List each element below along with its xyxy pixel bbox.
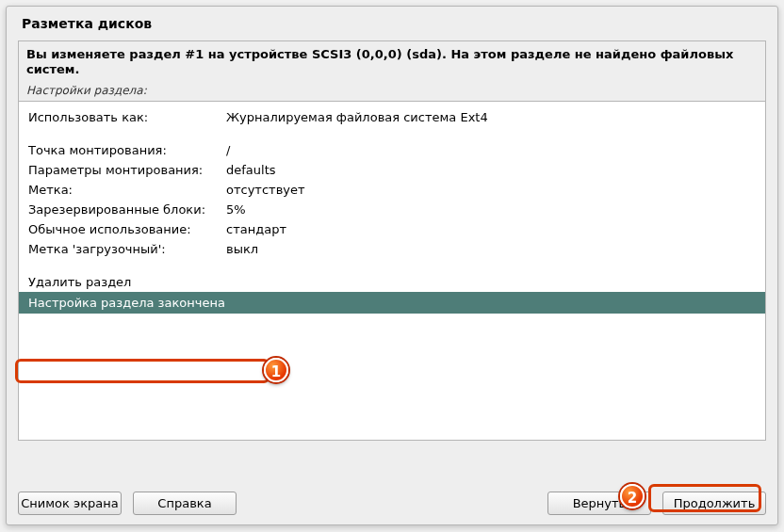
help-button[interactable]: Справка <box>133 492 237 515</box>
description-box: Вы изменяете раздел #1 на устройстве SCS… <box>18 40 766 102</box>
action-delete-partition[interactable]: Удалить раздел <box>19 272 765 292</box>
setting-reserved-blocks[interactable]: Зарезервированные блоки: 5% <box>19 200 765 219</box>
setting-mount-options[interactable]: Параметры монтирования: defaults <box>19 160 765 180</box>
setting-label: Точка монтирования: <box>28 143 226 157</box>
screenshot-button[interactable]: Снимок экрана <box>18 492 122 515</box>
action-label: Настройка раздела закончена <box>28 296 225 310</box>
setting-value: defaults <box>226 163 756 177</box>
button-bar: Снимок экрана Справка Вернуть Продолжить <box>18 492 766 515</box>
setting-label: Параметры монтирования: <box>28 163 226 177</box>
setting-value: 5% <box>226 202 756 217</box>
setting-typical-usage[interactable]: Обычное использование: стандарт <box>19 219 765 239</box>
setting-bootable-flag[interactable]: Метка 'загрузочный': выкл <box>19 239 765 259</box>
description-text: Вы изменяете раздел #1 на устройстве SCS… <box>26 47 758 78</box>
action-done-setting-up[interactable]: Настройка раздела закончена <box>19 292 765 314</box>
continue-button[interactable]: Продолжить <box>662 492 766 515</box>
setting-use-as[interactable]: Использовать как: Журналируемая файловая… <box>19 107 765 127</box>
window-title: Разметка дисков <box>7 7 777 37</box>
setting-mount-point[interactable]: Точка монтирования: / <box>19 140 765 160</box>
setting-value: отсутствует <box>226 183 756 197</box>
setting-label-name[interactable]: Метка: отсутствует <box>19 180 765 200</box>
separator <box>19 259 765 272</box>
setting-label: Метка 'загрузочный': <box>28 242 226 256</box>
setting-value: стандарт <box>226 222 756 236</box>
setting-value: выкл <box>226 242 756 256</box>
setting-value: Журналируемая файловая система Ext4 <box>226 110 756 124</box>
setting-label: Обычное использование: <box>28 222 226 236</box>
subdescription-text: Настройки раздела: <box>26 84 758 97</box>
partition-settings-list: Использовать как: Журналируемая файловая… <box>18 102 766 441</box>
setting-label: Использовать как: <box>28 110 226 124</box>
setting-label: Зарезервированные блоки: <box>28 202 226 217</box>
action-label: Удалить раздел <box>28 275 131 289</box>
setting-value: / <box>226 143 756 157</box>
partitioner-window: Разметка дисков Вы изменяете раздел #1 н… <box>6 6 778 525</box>
spacer <box>248 492 536 515</box>
setting-label: Метка: <box>28 183 226 197</box>
back-button[interactable]: Вернуть <box>547 492 651 515</box>
separator <box>19 127 765 140</box>
